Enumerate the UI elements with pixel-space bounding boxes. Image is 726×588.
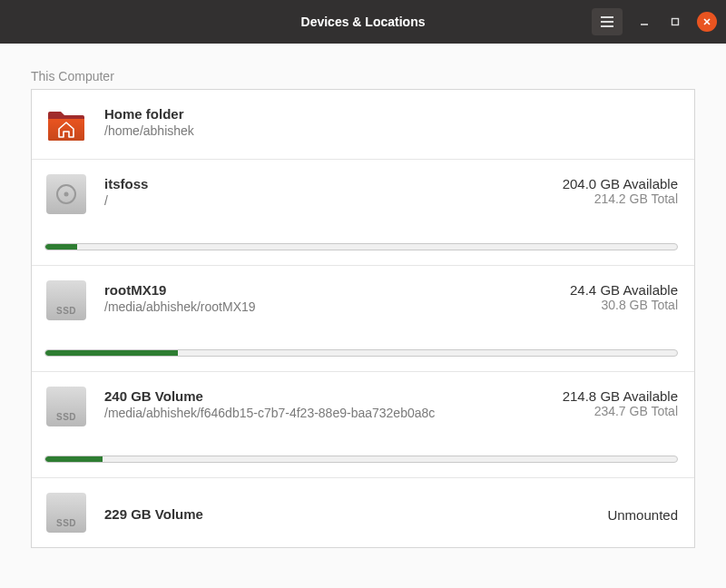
svg-rect-1 [672,19,679,25]
row-path: /home/abhishek [104,123,678,138]
close-button[interactable] [697,12,717,32]
row-title: Home folder [104,106,678,122]
usage-bar [44,243,678,250]
total-text: 234.7 GB Total [563,404,678,418]
minimize-button[interactable] [635,13,653,31]
row-volume-229gb[interactable]: SSD 229 GB Volume Unmounted [32,478,694,547]
home-folder-icon [44,103,88,146]
hamburger-icon [601,16,613,27]
ssd-icon: SSD [44,491,88,534]
available-text: 24.4 GB Available [570,282,678,298]
devices-panel: Home folder /home/abhishek itsfoss / 204… [31,89,695,548]
maximize-button[interactable] [666,13,684,31]
available-text: 204.0 GB Available [563,176,678,191]
row-title: 229 GB Volume [104,506,591,522]
ssd-icon: SSD [44,385,88,428]
status-text: Unmounted [607,507,678,523]
usage-bar [44,349,678,357]
row-volume-240gb[interactable]: SSD 240 GB Volume /media/abhishek/f646db… [32,372,694,478]
row-title: rootMX19 [104,282,554,298]
section-label: This Computer [31,69,695,83]
usage-bar-fill [45,456,103,462]
row-path: /media/abhishek/f646db15-c7b7-4f23-88e9-… [104,406,546,420]
usage-bar-fill [45,350,178,356]
row-title: itsfoss [104,176,546,191]
usage-bar [44,456,678,463]
row-home-folder[interactable]: Home folder /home/abhishek [32,90,694,160]
ssd-icon: SSD [44,279,88,322]
row-path: /media/abhishek/rootMX19 [104,299,554,314]
total-text: 214.2 GB Total [563,191,678,206]
close-icon [702,17,711,26]
usage-bar-fill [45,244,77,250]
row-volume-itsfoss[interactable]: itsfoss / 204.0 GB Available 214.2 GB To… [32,160,694,266]
row-title: 240 GB Volume [104,388,546,404]
hamburger-menu-button[interactable] [592,8,623,35]
titlebar: Devices & Locations [0,0,726,44]
hdd-icon [44,172,88,216]
row-volume-rootmx19[interactable]: SSD rootMX19 /media/abhishek/rootMX19 24… [32,266,694,372]
available-text: 214.8 GB Available [563,388,678,404]
window-title: Devices & Locations [301,15,426,29]
total-text: 30.8 GB Total [570,298,678,312]
row-path: / [104,193,546,208]
